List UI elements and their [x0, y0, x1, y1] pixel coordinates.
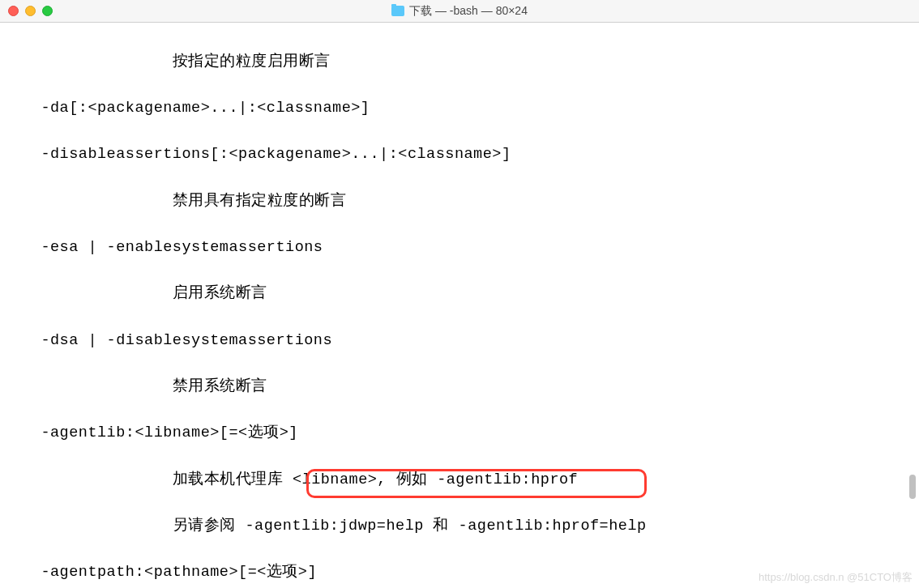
terminal-line: -da[:<packagename>...|:<classname>] [3, 97, 916, 121]
terminal-line: 另请参阅 -agentlib:jdwp=help 和 -agentlib:hpr… [3, 515, 916, 539]
terminal-output[interactable]: 按指定的粒度启用断言 -da[:<packagename>...|:<class… [0, 23, 919, 588]
terminal-line: 禁用具有指定粒度的断言 [3, 190, 916, 214]
scrollbar-thumb[interactable] [909, 475, 916, 499]
terminal-line: 加载本机代理库 <libname>, 例如 -agentlib:hprof [3, 469, 916, 492]
window-titlebar: 下载 — -bash — 80×24 [0, 0, 919, 23]
window-title: 下载 — -bash — 80×24 [391, 4, 528, 19]
folder-icon [391, 6, 404, 16]
maximize-window-button[interactable] [42, 6, 53, 16]
terminal-line: -dsa | -disablesystemassertions [3, 330, 916, 353]
terminal-line: -esa | -enablesystemassertions [3, 236, 916, 260]
terminal-line: -agentlib:<libname>[=<选项>] [3, 422, 916, 445]
traffic-lights [8, 6, 53, 16]
terminal-line: 按指定的粒度启用断言 [3, 51, 916, 75]
window-title-text: 下载 — -bash — 80×24 [409, 4, 528, 19]
terminal-line: 启用系统断言 [3, 283, 916, 306]
minimize-window-button[interactable] [25, 6, 36, 16]
terminal-line: -disableassertions[:<packagename>...|:<c… [3, 143, 916, 167]
watermark-text: https://blog.csdn.n @51CTO博客 [759, 570, 913, 585]
terminal-line: 禁用系统断言 [3, 376, 916, 399]
close-window-button[interactable] [8, 6, 19, 16]
